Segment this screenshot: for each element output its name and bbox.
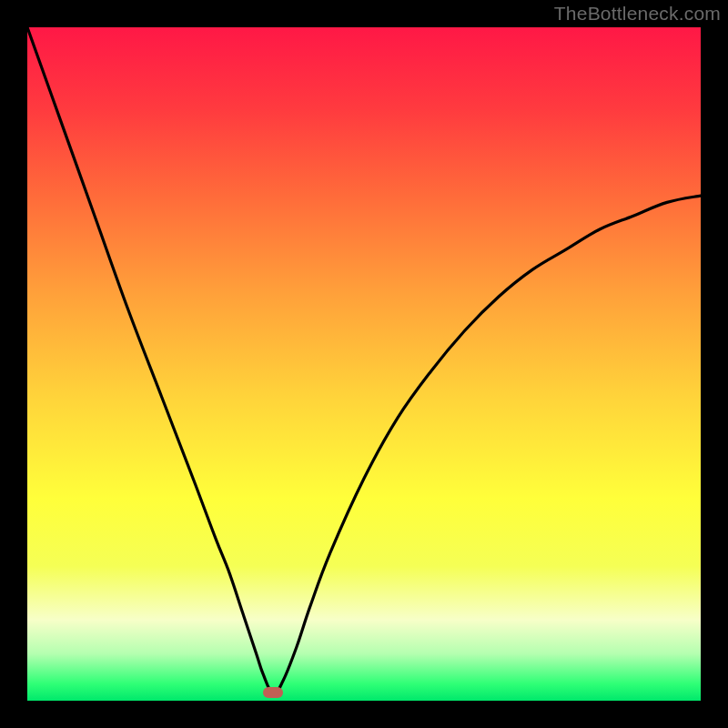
bottleneck-curve — [27, 27, 701, 701]
watermark-text: TheBottleneck.com — [554, 3, 721, 25]
plot-area — [27, 27, 701, 701]
chart-frame: TheBottleneck.com — [0, 0, 728, 728]
minimum-marker — [263, 687, 283, 698]
